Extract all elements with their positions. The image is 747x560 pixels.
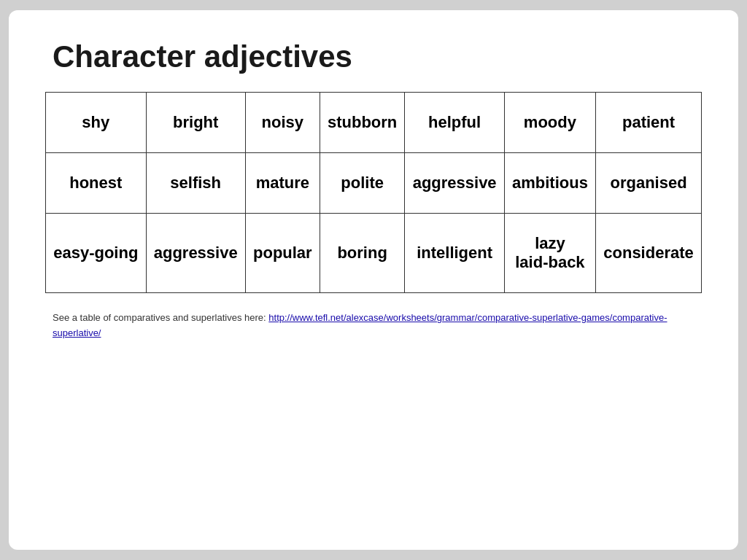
table-cell: helpful	[405, 93, 504, 153]
page-title: Character adjectives	[45, 39, 702, 74]
table-cell: aggressive	[405, 153, 504, 214]
table-cell: mature	[245, 153, 320, 214]
table-cell: moody	[504, 93, 595, 153]
table-cell: intelligent	[405, 214, 504, 293]
table-cell: organised	[596, 153, 702, 214]
table-cell: lazylaid-back	[504, 214, 595, 293]
table-cell: popular	[245, 214, 320, 293]
table-cell: stubborn	[320, 93, 405, 153]
table-cell: bright	[146, 93, 245, 153]
footer: See a table of comparatives and superlat…	[45, 311, 702, 341]
table-cell: aggressive	[146, 214, 245, 293]
table-cell: boring	[320, 214, 405, 293]
table-cell: polite	[320, 153, 405, 214]
table-cell: honest	[46, 153, 147, 214]
table-cell: shy	[46, 93, 147, 153]
table-cell: considerate	[596, 214, 702, 293]
table-cell: easy-going	[46, 214, 147, 293]
slide-container: Character adjectives shybrightnoisystubb…	[9, 10, 738, 550]
table-cell: patient	[596, 93, 702, 153]
table-cell: selfish	[146, 153, 245, 214]
adjectives-table: shybrightnoisystubbornhelpfulmoodypatien…	[45, 92, 702, 293]
table-cell: ambitious	[504, 153, 595, 214]
footer-static-text: See a table of comparatives and superlat…	[53, 312, 268, 323]
table-cell: noisy	[245, 93, 320, 153]
